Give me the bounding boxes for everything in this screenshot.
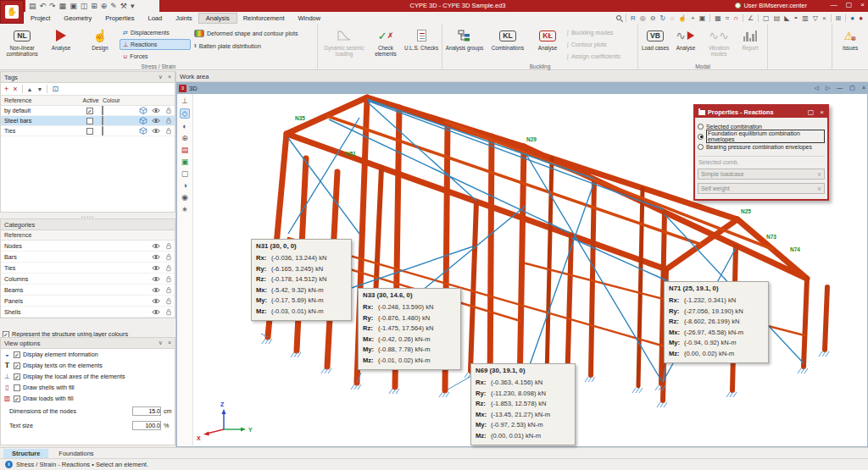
redraw-icon[interactable]: R bbox=[631, 14, 636, 22]
radio-foundation-equilibrium[interactable]: Foundation equilibrium combination envel… bbox=[698, 131, 825, 141]
eye-tool-icon[interactable]: ◉ bbox=[181, 193, 188, 202]
design-button[interactable]: ☝ Design bbox=[81, 25, 120, 62]
window-plain-icon[interactable]: ▢ bbox=[763, 14, 770, 22]
lock-icon[interactable] bbox=[164, 264, 173, 272]
add-tag-button[interactable]: + bbox=[4, 85, 8, 93]
menu-properties[interactable]: Properties bbox=[98, 14, 141, 23]
dialog-close-icon[interactable]: × bbox=[820, 108, 824, 116]
redo-icon[interactable]: ↷ bbox=[49, 2, 56, 10]
nonlinear-combinations-button[interactable]: NL Non-linear combinations bbox=[3, 25, 42, 62]
undo-icon[interactable]: ↶ bbox=[40, 2, 47, 10]
measure-icon[interactable]: ∠ bbox=[748, 14, 754, 22]
tools-icon[interactable]: ⚒ bbox=[120, 2, 127, 10]
menu-geometry[interactable]: Geometry bbox=[57, 14, 98, 23]
option-checkbox[interactable]: ✓ bbox=[14, 351, 20, 358]
node-dimensions-input[interactable] bbox=[132, 406, 161, 416]
grid-icon[interactable]: ⊞ bbox=[91, 2, 97, 10]
buckling-combinations-button[interactable]: KL Combinations bbox=[484, 25, 531, 62]
menu-load[interactable]: Load bbox=[141, 14, 169, 23]
split-red-tool-icon[interactable]: ▤ bbox=[181, 146, 189, 154]
prev-view-icon[interactable]: ◁ bbox=[815, 85, 819, 91]
visibility-eye-icon[interactable] bbox=[152, 275, 160, 283]
close-button[interactable]: × bbox=[860, 1, 865, 8]
lock-icon[interactable] bbox=[164, 297, 173, 305]
close-view-icon[interactable]: × bbox=[862, 85, 865, 91]
group-icon[interactable]: ▦ bbox=[715, 14, 721, 22]
category-row[interactable]: Nodes bbox=[1, 241, 175, 252]
menu-joints[interactable]: Joints bbox=[169, 14, 199, 23]
visibility-eye-icon[interactable] bbox=[152, 127, 160, 135]
globe-tool-icon[interactable]: ◑ bbox=[182, 181, 186, 190]
maximize-button[interactable]: ▢ bbox=[846, 1, 853, 8]
analysis-groups-button[interactable]: Analysis groups bbox=[445, 25, 484, 62]
check-elements-button[interactable]: ✓✗ Check elements bbox=[368, 25, 403, 62]
lock-icon[interactable] bbox=[164, 107, 173, 114]
colour-swatch[interactable] bbox=[102, 106, 103, 115]
minimize-button[interactable]: — bbox=[831, 1, 837, 8]
axes-tool-icon[interactable]: ⊥ bbox=[181, 97, 188, 105]
globe-icon[interactable]: ● bbox=[850, 14, 854, 22]
menu-window[interactable]: Window bbox=[291, 14, 327, 23]
visibility-eye-icon[interactable] bbox=[152, 242, 160, 250]
screen-icon[interactable]: ▣ bbox=[699, 14, 706, 22]
lock-icon[interactable] bbox=[164, 117, 173, 124]
category-row[interactable]: Shells bbox=[1, 307, 175, 318]
filter-icon[interactable]: ▽ bbox=[813, 14, 818, 22]
window-tool-icon[interactable]: ▢ bbox=[181, 169, 189, 178]
tag-row[interactable]: Ties bbox=[1, 126, 175, 136]
dialog-maximize-icon[interactable]: ▢ bbox=[808, 108, 815, 116]
category-row[interactable]: Beams bbox=[1, 285, 175, 296]
lock-icon[interactable] bbox=[164, 286, 173, 294]
close-panel-icon[interactable]: × bbox=[168, 340, 171, 346]
pan-tool-icon[interactable]: ◐ bbox=[182, 122, 186, 130]
menu-project[interactable]: Project bbox=[24, 14, 57, 23]
category-row[interactable]: Bars bbox=[1, 252, 175, 263]
cut-icon[interactable]: × bbox=[822, 14, 826, 22]
next-view-icon[interactable]: ▷ bbox=[826, 85, 830, 91]
bimserver-sphere-icon[interactable]: ● bbox=[859, 14, 863, 22]
uls-checks-button[interactable]: U.L.S. Checks bbox=[403, 25, 439, 62]
move-icon[interactable]: + bbox=[691, 14, 695, 22]
option-checkbox[interactable] bbox=[14, 384, 20, 391]
triangle-tool-icon[interactable]: ◣ bbox=[784, 14, 789, 22]
minimize-view-icon[interactable]: — bbox=[837, 85, 843, 91]
category-row[interactable]: Ties bbox=[1, 263, 175, 274]
import-icon[interactable]: ▦ bbox=[59, 2, 67, 10]
zoom-extent-icon[interactable]: ◌ bbox=[670, 14, 674, 22]
collapse-icon[interactable]: ∨ bbox=[159, 74, 163, 80]
copy-tags-button[interactable]: ⊡ bbox=[52, 85, 58, 93]
refresh-icon[interactable]: ↻ bbox=[660, 14, 666, 22]
radio-bearing-pressure[interactable]: Bearing pressure combination envelopes bbox=[698, 141, 825, 152]
zoom-out-icon[interactable]: ⊖ bbox=[650, 14, 656, 22]
viewport-3d[interactable]: N35 N29 N51 N25 N73 N74 Z bbox=[193, 94, 868, 445]
film-tool-icon[interactable]: ▥ bbox=[802, 14, 809, 22]
tab-3d[interactable]: 3D bbox=[189, 85, 198, 92]
export-icon[interactable]: ▣ bbox=[70, 2, 77, 10]
zoom-window-icon[interactable]: ◎ bbox=[640, 14, 646, 22]
option-checkbox[interactable]: ✓ bbox=[14, 373, 20, 380]
option-checkbox[interactable]: ✓ bbox=[14, 395, 20, 402]
snap-tool-icon[interactable]: ∗ bbox=[181, 205, 188, 213]
lock-icon[interactable] bbox=[164, 308, 173, 316]
deformed-shape-button[interactable]: Deformed shape and contour plots bbox=[191, 27, 314, 39]
lock-icon[interactable] bbox=[164, 275, 173, 283]
layout-icon[interactable]: ⊞ bbox=[836, 14, 842, 22]
tab-structure[interactable]: Structure bbox=[3, 449, 48, 458]
modal-analyse-button[interactable]: ∿ Analyse bbox=[670, 25, 702, 62]
cube-icon[interactable] bbox=[139, 127, 147, 135]
forces-button[interactable]: ∪ Forces bbox=[120, 51, 191, 62]
search-icon[interactable] bbox=[616, 15, 621, 20]
active-checkbox[interactable] bbox=[86, 118, 93, 124]
lock-icon[interactable] bbox=[164, 127, 173, 135]
chain-icon[interactable]: ≈ bbox=[726, 14, 729, 22]
visibility-eye-icon[interactable] bbox=[152, 264, 160, 272]
pan-icon[interactable]: ☝ bbox=[678, 14, 687, 22]
reactions-button[interactable]: ⊥ Reactions bbox=[120, 39, 191, 50]
displacements-button[interactable]: ⇄ Displacements bbox=[120, 27, 191, 38]
new-window-icon[interactable]: ◫ bbox=[81, 2, 88, 10]
lock-icon[interactable] bbox=[164, 253, 173, 261]
view-3d-tool-icon[interactable]: ◇ bbox=[180, 108, 191, 119]
cube-icon[interactable] bbox=[139, 117, 147, 124]
option-checkbox[interactable]: ✓ bbox=[14, 362, 20, 369]
bim-sync-icon[interactable]: ⊕ bbox=[101, 2, 108, 10]
